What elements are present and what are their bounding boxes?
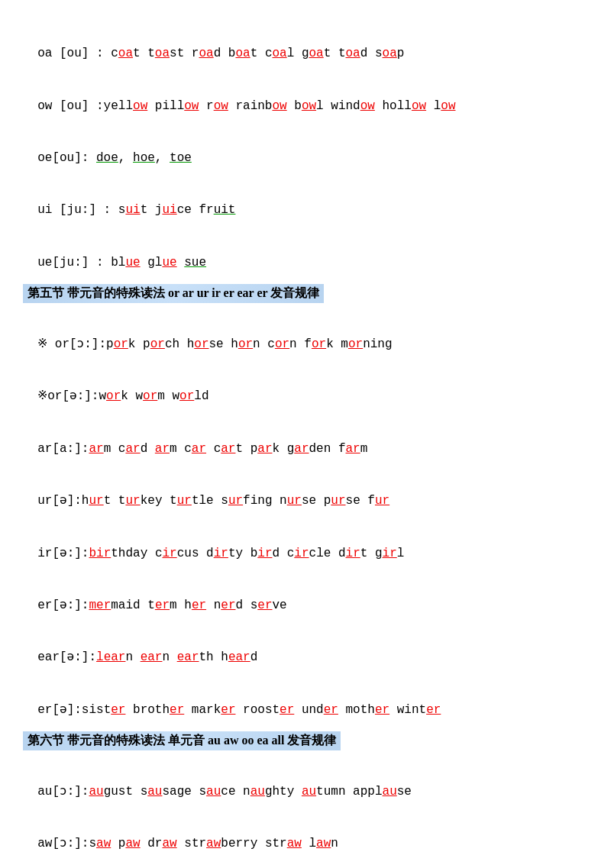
ear-line: ear[ə:]:learn earn earth heard (23, 627, 591, 668)
section6-header: 第六节 带元音的特殊读法 单元音 au aw oo ea all 发音规律 (23, 731, 591, 750)
au-line: au[ɔ:]:august sausage sauce naughty autu… (23, 761, 591, 802)
ow-line: ow [ou] :yellow pillow row rainbow bowl … (23, 75, 591, 116)
or2-line: ※or[ə:]:work worm world (23, 366, 591, 407)
er2-line: er[ə]:sister brother marker rooster unde… (23, 679, 591, 721)
ur-line: ur[ə]:hurt turkey turtle surfing nurse p… (23, 470, 591, 511)
ir-line: ir[ə:]:birthday circus dirty bird circle… (23, 522, 591, 563)
er1-line: er[ə:]:mermaid term her nerd serve (23, 575, 591, 616)
ue-line: ue[ju:] : blue glue sue (23, 232, 591, 273)
ui-line: ui [ju:] : suit juice fruit (23, 179, 591, 221)
oe-line: oe[ou]: doe, hoe, toe (23, 127, 591, 169)
section5-header: 第五节 带元音的特殊读法 or ar ur ir er ear er 发音规律 (23, 284, 591, 303)
aw-line: aw[ɔ:]:saw paw draw strawberry straw law… (23, 813, 591, 854)
oa-line: oa [ou] : coat toast road boat coal goat… (23, 23, 591, 64)
or1-line: ※ or[ɔ:]:pork porch horse horn corn fork… (23, 314, 591, 355)
ar-line: ar[a:]:arm card arm car cart park garden… (23, 418, 591, 460)
oo1-line: ※oo[u:]:moon zoo roof rooster spoon room… (23, 866, 591, 868)
